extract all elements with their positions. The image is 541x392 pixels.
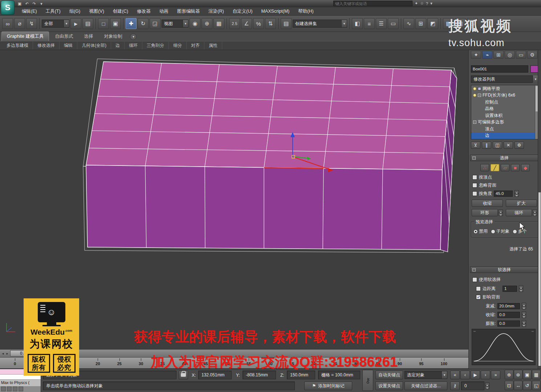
previous-frame-button[interactable]: ‹	[460, 371, 470, 379]
set-key-button[interactable]: 设置关键点	[375, 381, 403, 390]
chevron-down-icon[interactable]: ▾	[341, 20, 347, 27]
ribbon-panel-title[interactable]: 细分	[169, 42, 187, 49]
mini-icon[interactable]	[1, 387, 6, 391]
ribbon-panel-title[interactable]: 对齐	[187, 42, 204, 49]
rollout-header-selection[interactable]: − 选择	[470, 155, 538, 161]
keyboard-shortcut-toggle-icon[interactable]: ▦	[213, 18, 224, 29]
preview-disable-radio[interactable]	[473, 229, 478, 234]
collapse-icon[interactable]: −	[473, 121, 476, 124]
rollout-header-soft-selection[interactable]: − 软选择	[470, 266, 538, 273]
stack-item-ffd-box[interactable]: − FFD(长方体) 6x6	[471, 92, 538, 99]
ring-spinner[interactable]	[499, 209, 503, 216]
falloff-field[interactable]: 20.0mm	[497, 303, 520, 309]
rectangular-selection-region-icon[interactable]: □	[98, 18, 109, 29]
material-editor-icon[interactable]: ◩	[427, 18, 438, 29]
graphite-ribbon-toggle-icon[interactable]: ▭	[388, 18, 399, 29]
chevron-down-icon[interactable]: ▾	[183, 20, 188, 27]
layer-manager-icon[interactable]: ☰	[376, 18, 387, 29]
zoom-extents-button[interactable]: ▣	[523, 370, 532, 379]
search-input[interactable]	[333, 1, 412, 6]
select-by-name-icon[interactable]: ▤	[82, 18, 93, 29]
go-to-start-button[interactable]: «	[450, 371, 460, 379]
zoom-all-button[interactable]: ⊛	[514, 370, 522, 379]
chevron-down-icon[interactable]: ▾	[442, 371, 447, 379]
tab-object-paint[interactable]: 对象绘制	[99, 32, 127, 41]
falloff-spinner[interactable]	[522, 303, 526, 309]
play-button[interactable]: ▶	[471, 371, 480, 379]
menu-item[interactable]: 视图(V)	[85, 7, 109, 16]
pan-view-button[interactable]: ↔	[514, 381, 522, 390]
polygon-subobject-icon[interactable]: ■	[511, 164, 520, 171]
ribbon-panel-title[interactable]: 边	[111, 42, 125, 49]
maximize-viewport-button[interactable]: ◱	[532, 381, 541, 390]
chevron-down-icon[interactable]: ▾	[64, 20, 69, 27]
curve-editor-icon[interactable]: ∿	[403, 18, 414, 29]
zoom-extents-all-button[interactable]: ▦	[532, 370, 541, 379]
current-frame-field[interactable]: 0	[461, 381, 484, 390]
pin-stack-icon[interactable]: ⊻	[471, 142, 480, 149]
element-subobject-icon[interactable]: ◆	[521, 164, 530, 171]
make-unique-icon[interactable]: ◫	[493, 142, 502, 149]
edge-distance-checkbox[interactable]	[476, 286, 481, 291]
render-setup-icon[interactable]: ▩	[443, 18, 454, 29]
go-to-end-button[interactable]: »	[491, 371, 500, 379]
ring-button[interactable]: 环形	[472, 209, 498, 216]
save-icon[interactable]: ▣	[17, 1, 23, 7]
redo-icon[interactable]: ↷	[31, 1, 37, 7]
stack-item-vertex[interactable]: 顶点	[471, 126, 538, 132]
use-soft-selection-checkbox[interactable]	[472, 277, 477, 282]
create-panel-icon[interactable]: ✦	[471, 51, 481, 59]
window-crossing-icon[interactable]: ▣	[110, 18, 121, 29]
bubble-spinner[interactable]	[522, 320, 526, 327]
schematic-view-icon[interactable]: ⊞	[415, 18, 426, 29]
z-coordinate-field[interactable]: 150.0mm	[287, 371, 315, 379]
menu-item[interactable]: 创建(C)	[109, 7, 133, 16]
edge-distance-field[interactable]: 1	[503, 286, 517, 292]
unlink-selection-icon[interactable]: ⌀	[14, 18, 25, 29]
stack-item-meshsmooth[interactable]: 网格平滑	[471, 85, 538, 92]
angle-spinner[interactable]	[514, 190, 519, 197]
ribbon-panel-title[interactable]: 属性	[204, 42, 222, 49]
rendered-frame-window-icon[interactable]: ▥	[455, 18, 466, 29]
select-object-icon[interactable]: ►	[70, 18, 81, 29]
collapse-icon[interactable]: −	[472, 268, 476, 271]
command-panel-scrollbar[interactable]	[538, 50, 541, 369]
modifier-on-off-bulb-icon[interactable]	[473, 94, 476, 97]
use-pivot-center-icon[interactable]: ◉	[190, 18, 200, 29]
object-color-swatch[interactable]	[530, 65, 538, 73]
by-angle-checkbox[interactable]	[472, 191, 477, 196]
menu-item[interactable]: 编辑(E)	[17, 7, 41, 16]
stack-item-edge-selected[interactable]: 边	[471, 132, 538, 139]
favorites-star-icon[interactable]: ☆	[420, 1, 424, 6]
orbit-view-button[interactable]: ↺	[523, 381, 532, 390]
edge-distance-spinner[interactable]	[519, 285, 523, 292]
stack-item-editable-poly[interactable]: − 可编辑多边形	[471, 119, 538, 126]
menu-item[interactable]: 动画	[155, 7, 173, 16]
stack-item-lattice[interactable]: 晶格	[471, 106, 538, 113]
menu-item[interactable]: 修改器	[133, 7, 155, 16]
menu-item[interactable]: MAXScript(M)	[257, 8, 294, 15]
menu-item[interactable]: 图形编辑器	[173, 7, 204, 16]
zoom-region-button[interactable]: ⊡	[505, 381, 513, 390]
angle-snap-icon[interactable]: ∠	[241, 18, 252, 29]
ribbon-panel-title[interactable]: 循环	[125, 42, 142, 49]
hierarchy-panel-icon[interactable]: ⊞	[493, 51, 504, 59]
ribbon-panel-title[interactable]: 编辑	[60, 42, 77, 49]
add-time-tag-button[interactable]: ⚑ 添加时间标记	[304, 381, 352, 390]
set-keys-big-key-button[interactable]: ⚷	[362, 370, 373, 391]
help-icon[interactable]: ?	[426, 1, 428, 6]
edge-subobject-icon[interactable]: ╱	[491, 164, 499, 171]
pinch-field[interactable]: 0.0	[497, 312, 520, 318]
pinch-spinner[interactable]	[522, 311, 526, 318]
menu-item[interactable]: 组(G)	[65, 7, 85, 16]
collapse-icon[interactable]: −	[472, 156, 476, 160]
render-production-teapot-icon[interactable]: ♨	[467, 18, 478, 29]
border-subobject-icon[interactable]: ▱	[501, 164, 509, 171]
key-mode-toggle-button[interactable]: ⚷	[450, 381, 460, 390]
edit-named-selection-sets-icon[interactable]: ▤	[281, 18, 292, 29]
select-and-scale-icon[interactable]: ◲	[150, 18, 160, 29]
shrink-button[interactable]: 收缩	[472, 200, 503, 207]
tab-freeform[interactable]: 自由形式	[50, 32, 78, 41]
vertex-subobject-icon[interactable]: ∴	[480, 164, 489, 171]
ribbon-panel-title[interactable]: 三角剖分	[142, 42, 169, 49]
